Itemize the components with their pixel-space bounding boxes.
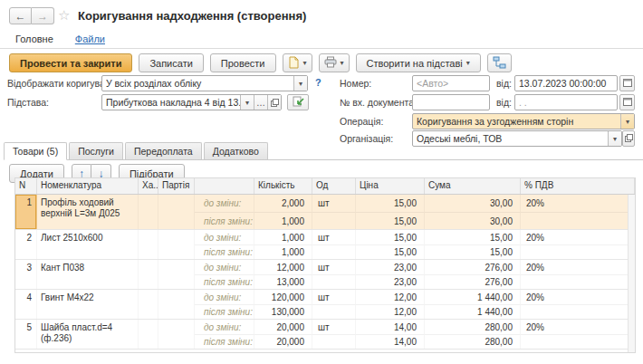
batch-cell[interactable] <box>158 195 195 229</box>
number-input[interactable] <box>412 75 490 91</box>
print-menu-button[interactable]: ▾ <box>319 53 350 72</box>
display-mode-combo[interactable]: У всіх розділах обліку ▾ <box>101 75 308 91</box>
unit-after-cell[interactable] <box>312 244 356 259</box>
operation-combo[interactable]: Коригування за узгодженням сторін ▾ <box>412 113 635 129</box>
sum-before-cell[interactable]: 15,00 <box>425 230 521 244</box>
open-link-icon[interactable] <box>267 95 281 110</box>
unit-before-cell[interactable]: шт <box>312 260 356 274</box>
date-input[interactable] <box>514 75 618 91</box>
unit-after-cell[interactable] <box>312 274 356 289</box>
price-after-cell[interactable]: 15,00 <box>356 212 425 229</box>
help-icon[interactable]: ? <box>315 77 322 88</box>
sum-before-cell[interactable]: 1 440,00 <box>425 290 521 304</box>
menu-item-main[interactable]: Головне <box>15 34 53 44</box>
batch-cell[interactable] <box>158 260 195 289</box>
row-number-cell[interactable]: 2 <box>15 230 37 259</box>
create-based-on-button[interactable]: Створити на підставі ▾ <box>356 53 481 72</box>
column-header-1[interactable]: Номенклатура <box>37 178 139 194</box>
tab-1[interactable]: Послуги <box>69 142 123 159</box>
basis-combo[interactable]: Прибуткова накладна 4 від 13.07.2023 ▾ … <box>101 94 282 110</box>
column-header-0[interactable]: N <box>15 178 37 194</box>
sum-after-cell[interactable]: 30,00 <box>425 212 521 229</box>
price-after-cell[interactable]: 14,00 <box>356 334 425 349</box>
nomenclature-cell[interactable]: Гвинт М4х22 <box>37 290 139 319</box>
vat-before-cell[interactable]: 20% <box>521 195 635 212</box>
vat-before-cell[interactable]: 20% <box>521 230 635 244</box>
write-button[interactable]: Записати <box>139 53 203 72</box>
characteristic-cell[interactable] <box>139 290 158 319</box>
price-after-cell[interactable]: 23,00 <box>356 274 425 289</box>
characteristic-cell[interactable] <box>139 195 158 229</box>
row-number-cell[interactable]: 1 <box>15 195 37 229</box>
choose-ellipsis-icon[interactable]: … <box>254 95 267 110</box>
chevron-down-icon[interactable]: ▾ <box>293 76 307 91</box>
unit-after-cell[interactable] <box>312 304 356 319</box>
sum-before-cell[interactable]: 30,00 <box>425 195 521 212</box>
qty-after-cell[interactable]: 13,000 <box>254 274 312 289</box>
vat-after-cell[interactable] <box>521 244 635 259</box>
characteristic-cell[interactable] <box>139 260 158 289</box>
vat-after-cell[interactable] <box>521 212 635 229</box>
nomenclature-cell[interactable]: Лист 2510х600 <box>37 230 139 259</box>
column-header-3[interactable]: Партія <box>158 178 195 194</box>
table-row[interactable]: 5Шайба пласт.d=4 (ф.236)до зміни:20,000ш… <box>15 320 635 350</box>
table-row[interactable]: 1Профіль ходовий верхній L=3м Д025до змі… <box>15 195 635 230</box>
characteristic-cell[interactable] <box>139 230 158 259</box>
vat-before-cell[interactable]: 20% <box>521 260 635 274</box>
batch-cell[interactable] <box>158 290 195 319</box>
tab-0[interactable]: Товари (5) <box>4 142 67 160</box>
unit-before-cell[interactable]: шт <box>312 320 356 334</box>
vat-after-cell[interactable] <box>521 304 635 319</box>
qty-before-cell[interactable]: 2,000 <box>254 195 312 212</box>
qty-after-cell[interactable]: 1,000 <box>254 244 312 259</box>
incoming-date-calendar-button[interactable] <box>619 94 635 110</box>
table-row[interactable]: 3Кант П038до зміни:12,000шт23,00276,0020… <box>15 260 635 290</box>
nomenclature-cell[interactable]: Кант П038 <box>37 260 139 289</box>
column-header-6[interactable]: Од <box>312 178 356 194</box>
price-before-cell[interactable]: 14,00 <box>356 320 425 334</box>
sum-before-cell[interactable]: 280,00 <box>425 320 521 334</box>
incoming-date-input[interactable] <box>514 94 618 110</box>
table-scrollbar[interactable] <box>628 195 635 352</box>
attachments-menu-button[interactable]: ▾ <box>283 53 312 72</box>
price-before-cell[interactable]: 23,00 <box>356 260 425 274</box>
price-after-cell[interactable]: 12,00 <box>356 304 425 319</box>
sum-after-cell[interactable]: 276,00 <box>425 274 521 289</box>
vat-after-cell[interactable] <box>521 274 635 289</box>
vat-before-cell[interactable]: 20% <box>521 290 635 304</box>
date-calendar-button[interactable] <box>619 75 635 91</box>
table-row[interactable]: 2Лист 2510х600до зміни:1,000шт15,0015,00… <box>15 230 635 260</box>
qty-before-cell[interactable]: 1,000 <box>254 230 312 244</box>
tab-3[interactable]: Додатково <box>204 142 268 159</box>
column-header-2[interactable]: Ха... <box>139 178 158 194</box>
table-row[interactable]: 4Гвинт М4х22до зміни:120,000шт12,001 440… <box>15 290 635 320</box>
sum-after-cell[interactable]: 280,00 <box>425 334 521 349</box>
menu-item-files[interactable]: Файли <box>75 34 105 44</box>
unit-before-cell[interactable]: шт <box>312 195 356 212</box>
qty-after-cell[interactable]: 20,000 <box>254 334 312 349</box>
qty-before-cell[interactable]: 12,000 <box>254 260 312 274</box>
vat-before-cell[interactable]: 20% <box>521 320 635 334</box>
column-header-5[interactable]: Кількість <box>254 178 312 194</box>
vat-after-cell[interactable] <box>521 334 635 349</box>
forward-button[interactable]: → <box>32 7 54 24</box>
price-after-cell[interactable]: 15,00 <box>356 244 425 259</box>
unit-before-cell[interactable]: шт <box>312 230 356 244</box>
qty-before-cell[interactable]: 120,000 <box>254 290 312 304</box>
sum-before-cell[interactable]: 276,00 <box>425 260 521 274</box>
incoming-number-input[interactable] <box>412 94 490 110</box>
favorite-star-icon[interactable]: ☆ <box>58 7 70 24</box>
chevron-down-icon[interactable]: ▾ <box>240 95 254 110</box>
column-header-7[interactable]: Ціна <box>356 178 425 194</box>
nomenclature-cell[interactable]: Шайба пласт.d=4 (ф.236) <box>37 320 139 349</box>
unit-after-cell[interactable] <box>312 212 356 229</box>
batch-cell[interactable] <box>158 230 195 259</box>
back-button[interactable]: ← <box>9 7 32 24</box>
post-button[interactable]: Провести <box>210 53 276 72</box>
chevron-down-icon[interactable]: ▾ <box>620 114 634 129</box>
tab-2[interactable]: Передоплата <box>125 142 202 159</box>
sum-after-cell[interactable]: 1 440,00 <box>425 304 521 319</box>
price-before-cell[interactable]: 15,00 <box>356 230 425 244</box>
batch-cell[interactable] <box>158 320 195 349</box>
column-header-4[interactable] <box>195 178 254 194</box>
